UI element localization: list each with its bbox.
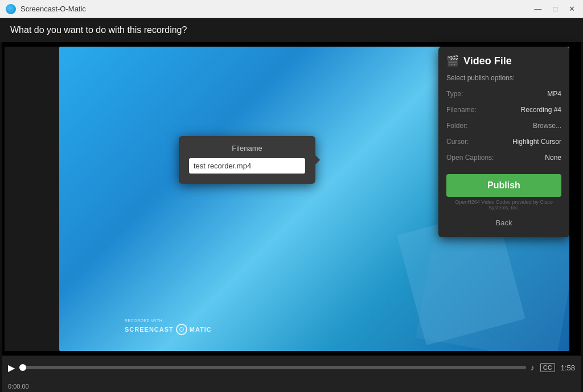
video-area: RECORDED WITH SCREENCAST MATIC Filename <box>2 42 581 356</box>
app-title: Screencast-O-Matic <box>20 5 532 13</box>
watermark-logo-inner <box>179 327 184 332</box>
publish-button[interactable]: Publish <box>446 174 561 197</box>
question-bar: What do you want to do with this recordi… <box>0 18 583 42</box>
cursor-row: Cursor: Highlight Cursor <box>446 138 561 149</box>
main-content: RECORDED WITH SCREENCAST MATIC Filename <box>0 42 583 392</box>
filename-popup-title: Filename <box>189 144 305 152</box>
folder-browse-button[interactable]: Browse... <box>533 122 561 130</box>
type-row: Type: MP4 <box>446 90 561 101</box>
filename-popup: Filename <box>179 136 315 184</box>
minimize-button[interactable]: — <box>532 5 544 13</box>
question-text: What do you want to do with this recordi… <box>10 25 187 35</box>
window-controls: — □ ✕ <box>532 5 577 13</box>
watermark-logo <box>176 324 187 335</box>
codec-text: OpenH264 Video Codec provided by Cisco S… <box>446 199 561 211</box>
watermark-brand-text-2: MATIC <box>190 326 212 333</box>
cursor-value[interactable]: Highlight Cursor <box>512 138 561 146</box>
cc-button[interactable]: CC <box>540 363 555 372</box>
type-label: Type: <box>446 90 463 98</box>
watermark-brand-text-1: SCREENCAST <box>125 326 174 333</box>
play-button[interactable]: ▶ <box>8 362 15 373</box>
film-icon: 🎬 <box>446 55 459 67</box>
folder-row: Folder: Browse... <box>446 122 561 133</box>
app-container: What do you want to do with this recordi… <box>0 18 583 392</box>
captions-label: Open Captions: <box>446 154 494 162</box>
back-button[interactable]: Back <box>446 216 561 229</box>
panel-subtitle: Select publish options: <box>446 74 561 82</box>
maximize-button[interactable]: □ <box>551 5 560 13</box>
progress-handle[interactable] <box>19 364 26 371</box>
filename-row: Filename: Recording #4 <box>446 106 561 117</box>
left-strip <box>5 47 59 351</box>
watermark: RECORDED WITH SCREENCAST MATIC <box>125 319 212 335</box>
app-icon <box>6 4 16 14</box>
video-controls: ▶ ♪ CC 1:58 <box>2 356 581 379</box>
title-bar: Screencast-O-Matic — □ ✕ <box>0 0 583 18</box>
captions-row: Open Captions: None <box>446 154 561 165</box>
progress-bar[interactable] <box>19 366 526 369</box>
watermark-brand: SCREENCAST MATIC <box>125 324 212 335</box>
filename-input[interactable] <box>189 158 305 174</box>
folder-label: Folder: <box>446 122 467 130</box>
type-value: MP4 <box>547 90 561 98</box>
current-time: 0:00.00 <box>8 383 29 390</box>
panel-title: 🎬 Video File <box>446 55 561 67</box>
captions-value[interactable]: None <box>545 154 561 162</box>
filename-label: Filename: <box>446 106 477 114</box>
control-icons: ♪ CC 1:58 <box>531 363 575 372</box>
watermark-recorded-with: RECORDED WITH <box>125 319 212 323</box>
filename-value[interactable]: Recording #4 <box>521 106 561 114</box>
close-button[interactable]: ✕ <box>566 5 577 13</box>
cursor-label: Cursor: <box>446 138 469 146</box>
right-panel: 🎬 Video File Select publish options: Typ… <box>438 47 569 237</box>
music-icon[interactable]: ♪ <box>531 363 535 372</box>
time-display: 1:58 <box>561 364 575 372</box>
panel-title-text: Video File <box>463 55 512 67</box>
